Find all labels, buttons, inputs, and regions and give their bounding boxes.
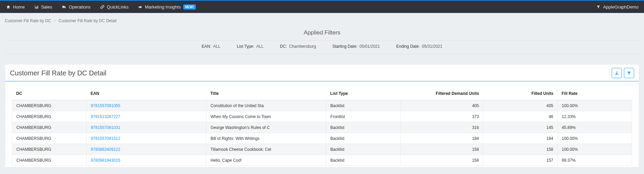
cell-listtype: Backlist — [326, 144, 400, 155]
fillrate-table: DC EAN Title List Type Filtered Demand U… — [12, 88, 632, 166]
nav-marketing-label: Marketing Insights — [145, 4, 181, 10]
detail-card-title: Customer Fill Rate by DC Detail — [10, 69, 106, 77]
table-container: DC EAN Title List Type Filtered Demand U… — [5, 82, 639, 167]
filter-listtype: List Type: ALL — [237, 44, 264, 49]
nav-sales[interactable]: Sales — [30, 0, 57, 13]
cell-rate: 12.33% — [557, 111, 632, 122]
top-navbar: Home Sales Operations QuickLinks Marketi… — [0, 0, 644, 13]
chart-icon — [34, 5, 39, 9]
col-ean[interactable]: EAN — [87, 88, 206, 100]
col-filled[interactable]: Filled Units — [483, 88, 557, 100]
col-listtype[interactable]: List Type — [326, 88, 400, 100]
cell-title: Tillamook Cheese Cookbook: Cel — [206, 144, 326, 155]
cell-demand: 158 — [400, 144, 483, 155]
cell-ean: 9781557091031 — [87, 122, 206, 133]
filter-ean-label: EAN: — [202, 44, 211, 49]
filter-end-value: 05/31/2021 — [422, 44, 442, 49]
cell-dc: CHAMBERSBURG — [12, 155, 87, 166]
cell-filled: 405 — [483, 100, 557, 111]
cell-filled: 46 — [483, 111, 557, 122]
detail-card: Customer Fill Rate by DC Detail DC — [5, 64, 639, 168]
col-demand[interactable]: Filtered Demand Units — [400, 88, 483, 100]
nav-operations[interactable]: Operations — [57, 0, 95, 13]
filter-button[interactable] — [624, 68, 634, 78]
cell-dc: CHAMBERSBURG — [12, 144, 87, 155]
filter-dc-label: DC: — [280, 44, 287, 49]
ean-link[interactable]: 9781513267227 — [91, 114, 120, 119]
nav-quicklinks[interactable]: QuickLinks — [95, 0, 133, 13]
nav-operations-label: Operations — [69, 4, 91, 10]
ean-link[interactable]: 9780882409122 — [91, 147, 120, 152]
cell-title: Bill of Rights: With Writings — [206, 133, 326, 144]
nav-marketing[interactable]: Marketing Insights NEW! — [133, 0, 200, 13]
nav-user-label: AppleGraphDemo — [603, 4, 639, 10]
breadcrumb-current: Customer Fill Rate by DC Detail — [59, 18, 116, 23]
new-badge: NEW! — [183, 4, 196, 10]
nav-home[interactable]: Home — [1, 0, 30, 13]
filter-icon — [596, 5, 600, 9]
breadcrumb: Customer Fill Rate by DC / Customer Fill… — [0, 13, 644, 25]
filter-dc: DC: Chambersburg — [280, 44, 316, 49]
cell-ean: 9781557091055 — [87, 100, 206, 111]
table-body: CHAMBERSBURG9781557091055Constitution of… — [12, 100, 632, 166]
cell-dc: CHAMBERSBURG — [12, 100, 87, 111]
applied-filters-panel: Applied Filters EAN: ALL List Type: ALL … — [5, 25, 639, 54]
cell-listtype: Backlist — [326, 155, 400, 166]
cell-rate: 100.00% — [557, 133, 632, 144]
table-row: CHAMBERSBURG9781557091031George Washingt… — [12, 122, 632, 133]
table-row: CHAMBERSBURG9780981943015Hello, Cape Cod… — [12, 155, 632, 166]
cell-filled: 158 — [483, 144, 557, 155]
link-icon — [100, 5, 105, 9]
cell-rate: 100.00% — [557, 144, 632, 155]
col-title[interactable]: Title — [206, 88, 326, 100]
filter-start-value: 05/01/2021 — [359, 44, 380, 49]
truck-icon — [62, 5, 66, 9]
home-icon — [6, 5, 11, 9]
cell-demand: 184 — [400, 133, 483, 144]
filter-dc-value: Chambersburg — [289, 44, 316, 49]
cell-listtype: Frontlist — [326, 111, 400, 122]
table-row: CHAMBERSBURG9781513267227When My Cousins… — [12, 111, 632, 122]
cell-filled: 157 — [483, 155, 557, 166]
ean-link[interactable]: 9781557091512 — [91, 136, 120, 141]
filter-end: Ending Date: 05/31/2021 — [396, 44, 442, 49]
cell-demand: 316 — [400, 122, 483, 133]
detail-card-header: Customer Fill Rate by DC Detail — [5, 64, 639, 82]
cell-rate: 45.89% — [557, 122, 632, 133]
detail-card-actions — [612, 68, 634, 78]
cell-title: Hello, Cape Cod! — [206, 155, 326, 166]
download-button[interactable] — [612, 68, 622, 78]
cell-ean: 9781557091512 — [87, 133, 206, 144]
cell-dc: CHAMBERSBURG — [12, 122, 87, 133]
cell-ean: 9780882409122 — [87, 144, 206, 155]
cell-rate: 100.00% — [557, 100, 632, 111]
ean-link[interactable]: 9780981943015 — [91, 158, 120, 163]
cell-filled: 145 — [483, 122, 557, 133]
ean-link[interactable]: 9781557091055 — [91, 103, 120, 108]
filter-start: Starting Date: 05/01/2021 — [332, 44, 380, 49]
ean-link[interactable]: 9781557091031 — [91, 125, 120, 130]
cell-listtype: Backlist — [326, 122, 400, 133]
filter-listtype-value: ALL — [256, 44, 264, 49]
table-header-row: DC EAN Title List Type Filtered Demand U… — [12, 88, 632, 100]
table-row: CHAMBERSBURG9781557091055Constitution of… — [12, 100, 632, 111]
cell-rate: 99.37% — [557, 155, 632, 166]
bullhorn-icon — [138, 5, 142, 9]
filter-ean: EAN: ALL — [202, 44, 220, 49]
breadcrumb-parent[interactable]: Customer Fill Rate by DC — [5, 18, 51, 23]
cell-title: George Washington's Rules of C — [206, 122, 326, 133]
cell-listtype: Backlist — [326, 100, 400, 111]
col-dc[interactable]: DC — [12, 88, 87, 100]
applied-filters-title: Applied Filters — [5, 29, 639, 36]
nav-user-menu[interactable]: AppleGraphDemo — [596, 4, 643, 10]
table-row: CHAMBERSBURG9780882409122Tillamook Chees… — [12, 144, 632, 155]
filter-ean-value: ALL — [213, 44, 220, 49]
filter-start-label: Starting Date: — [332, 44, 357, 49]
download-icon — [614, 71, 619, 75]
cell-demand: 373 — [400, 111, 483, 122]
funnel-icon — [627, 71, 631, 75]
breadcrumb-separator: / — [52, 18, 57, 23]
nav-home-label: Home — [13, 4, 25, 10]
cell-dc: CHAMBERSBURG — [12, 111, 87, 122]
col-rate[interactable]: Fill Rate — [557, 88, 632, 100]
